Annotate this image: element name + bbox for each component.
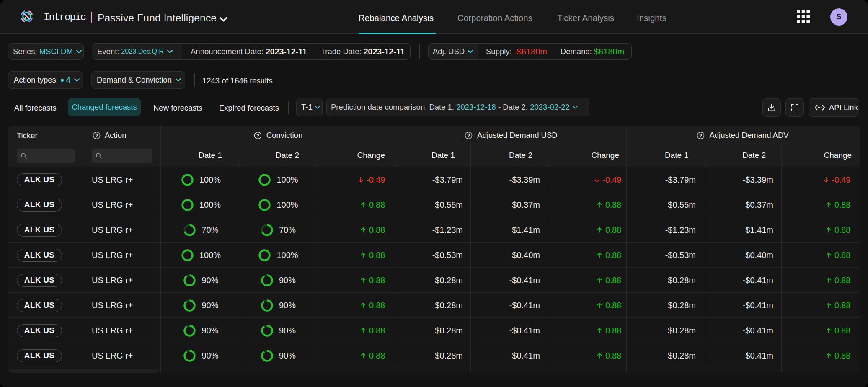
svg-text:?: ? <box>256 133 259 138</box>
svg-text:?: ? <box>95 133 98 138</box>
svg-text:?: ? <box>467 133 470 138</box>
svg-text:?: ? <box>699 133 702 138</box>
